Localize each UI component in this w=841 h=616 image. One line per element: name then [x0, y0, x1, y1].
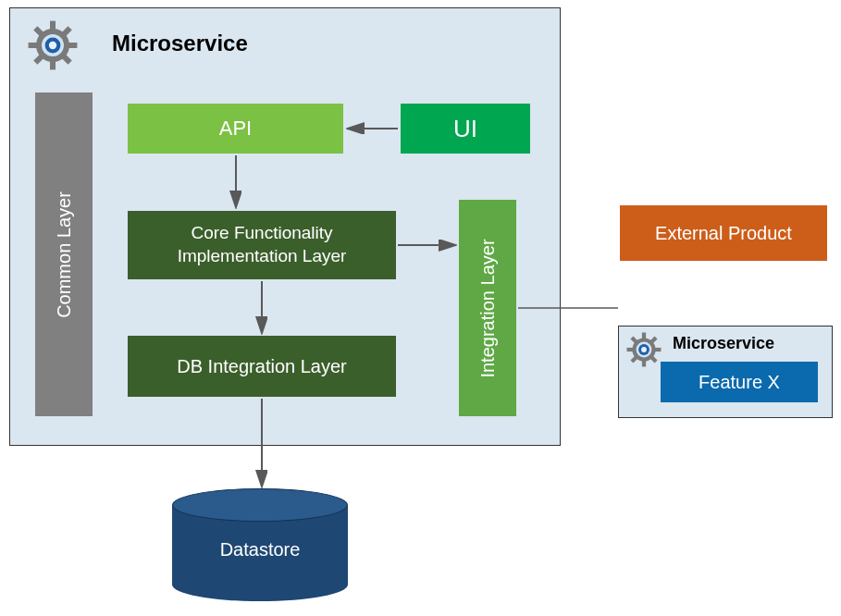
- arrows-overlay: [0, 0, 841, 616]
